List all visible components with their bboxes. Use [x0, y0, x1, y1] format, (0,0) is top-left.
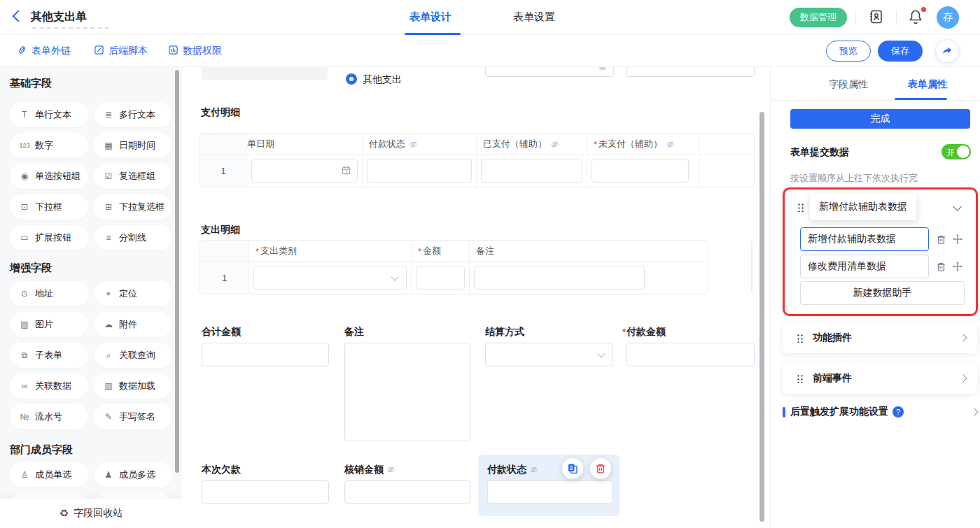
clipped-input[interactable]: ▦ [485, 67, 614, 77]
note-textarea[interactable] [344, 343, 470, 441]
field-extend-button[interactable]: ▭扩展按钮 [10, 225, 88, 250]
drag-handle-icon[interactable] [797, 374, 803, 383]
data-assistant-group: 新增付款辅助表数据 新建数据助手 [783, 187, 978, 316]
drag-handle-icon[interactable] [797, 203, 804, 212]
hidden-eye-icon [666, 140, 675, 149]
permission-icon [168, 45, 178, 57]
unpaid-aux-input[interactable] [592, 159, 689, 183]
member-multi-icon: ♟ [103, 470, 114, 480]
field-radio-group[interactable]: ◉单选按钮组 [10, 164, 88, 189]
submit-data-toggle[interactable]: 开 [941, 144, 971, 159]
post-trigger-settings[interactable]: 后置触发扩展功能设置 ? [783, 404, 977, 420]
category-select[interactable] [253, 266, 407, 290]
done-button[interactable]: 完成 [790, 109, 970, 129]
field-divider-line[interactable]: ≡分割线 [94, 225, 172, 250]
back-icon[interactable] [13, 10, 24, 22]
assistant-name-input-2[interactable] [800, 255, 929, 278]
row-number-cell: 1 [200, 155, 247, 187]
column-header-unpaid-aux: *未支付（辅助） [587, 134, 699, 155]
section-title-enhanced-fields: 增强字段 [10, 262, 52, 275]
drag-handle-icon[interactable] [797, 334, 803, 343]
amount-input[interactable] [416, 266, 465, 290]
delete-field-button[interactable] [590, 458, 611, 479]
data-permission-action[interactable]: 数据权限 [168, 45, 222, 57]
date-input[interactable] [251, 159, 358, 183]
save-button[interactable]: 保存 [878, 41, 923, 62]
radio-selected-icon[interactable] [346, 73, 357, 85]
preview-button[interactable]: 预览 [826, 41, 871, 62]
address-book-icon[interactable] [868, 8, 886, 27]
notification-bell-icon[interactable] [907, 8, 925, 27]
field-attachment[interactable]: ☁附件 [94, 312, 172, 337]
field-member-single[interactable]: ♙成员单选 [10, 462, 88, 487]
signature-icon: ✎ [103, 412, 114, 422]
trash-icon [936, 262, 946, 272]
delete-assistant-button[interactable] [934, 260, 947, 273]
field-location[interactable]: ⌖定位 [94, 281, 172, 306]
tab-field-properties[interactable]: 字段属性 [829, 78, 868, 91]
field-select[interactable]: ⊡下拉框 [10, 194, 88, 220]
note-input[interactable] [474, 266, 645, 290]
field-single-line-text[interactable]: T单行文本 [10, 102, 88, 127]
field-recycle-bin[interactable]: ♻ 字段回收站 [0, 499, 182, 528]
field-address[interactable]: ⊙地址 [10, 281, 88, 306]
expense-detail-subform[interactable]: *支出类别 *金额 备注 1 [200, 240, 708, 294]
single-line-text-icon: T [19, 110, 30, 120]
image-icon: ▨ [19, 320, 30, 329]
field-number[interactable]: 123数字 [10, 133, 88, 158]
canvas-scrollbar[interactable] [760, 112, 764, 522]
field-multi-select[interactable]: ⊞下拉复选框 [94, 194, 172, 220]
field-lookup-query[interactable]: ⌕关联查询 [94, 343, 172, 368]
hidden-eye-icon [409, 140, 418, 149]
pay-detail-subform[interactable]: 单日期 付款状态 已支付（辅助） *未支付（辅助） 1 [200, 133, 755, 187]
title-edit-underline [32, 27, 109, 29]
panel-tab-divider [771, 100, 980, 101]
field-signature[interactable]: ✎手写签名 [94, 404, 172, 429]
section-title-member-fields: 部门成员字段 [10, 443, 73, 457]
frontend-event-card[interactable]: 前端事件 [783, 363, 977, 394]
debt-input[interactable] [202, 480, 329, 504]
move-assistant-handle[interactable] [951, 260, 964, 273]
new-data-assistant-button[interactable]: 新建数据助手 [800, 281, 965, 305]
assistant-group-name[interactable]: 新增付款辅助表数据 [810, 194, 916, 220]
field-data-load[interactable]: ▥数据加载 [94, 373, 172, 399]
copy-icon [567, 463, 578, 474]
field-serial-number[interactable]: №流水号 [10, 404, 88, 429]
settle-method-select[interactable] [485, 343, 613, 366]
writeoff-input[interactable] [344, 480, 470, 504]
tab-form-design[interactable]: 表单设计 [410, 10, 451, 24]
field-subform[interactable]: ⧉子表单 [10, 343, 88, 368]
field-linked-data[interactable]: ∞关联数据 [10, 373, 88, 399]
pay-status-field-input[interactable] [487, 480, 612, 504]
external-link-action[interactable]: 表单外链 [17, 45, 71, 57]
radio-option-label[interactable]: 其他支出 [363, 73, 402, 86]
divider [855, 10, 856, 25]
share-button[interactable] [935, 39, 959, 63]
field-palette-sidebar: 基础字段 T单行文本 ≣多行文本 123数字 ▦日期时间 ◉单选按钮组 ☑复选框… [0, 67, 182, 528]
field-checkbox-group[interactable]: ☑复选框组 [94, 164, 172, 189]
user-avatar[interactable]: 存 [937, 6, 959, 29]
linked-data-icon: ∞ [19, 381, 30, 391]
trash-icon [595, 463, 606, 474]
clipped-input[interactable] [626, 67, 755, 77]
field-datetime[interactable]: ▦日期时间 [94, 133, 172, 158]
field-image[interactable]: ▨图片 [10, 312, 88, 337]
field-member-multi[interactable]: ♟成员多选 [94, 462, 172, 487]
sidebar-scrollbar[interactable] [175, 70, 179, 473]
paid-aux-input[interactable] [481, 159, 582, 183]
move-assistant-handle[interactable] [951, 233, 964, 245]
delete-assistant-button[interactable] [934, 233, 947, 245]
tab-form-properties[interactable]: 表单属性 [908, 78, 947, 91]
pay-status-input[interactable] [367, 159, 472, 183]
backend-script-action[interactable]: 后端脚本 [94, 45, 148, 57]
copy-field-button[interactable] [562, 458, 583, 479]
plugin-card[interactable]: 功能插件 [783, 322, 977, 353]
collapse-chevron-icon[interactable] [953, 202, 962, 211]
help-icon[interactable]: ? [892, 406, 904, 418]
data-manage-button[interactable]: 数据管理 [790, 8, 847, 27]
field-multi-line-text[interactable]: ≣多行文本 [94, 102, 172, 127]
tab-form-settings[interactable]: 表单设置 [513, 10, 555, 24]
payment-amount-input[interactable] [626, 343, 755, 366]
total-amount-input[interactable] [202, 343, 329, 366]
assistant-name-input-1[interactable] [800, 227, 929, 251]
